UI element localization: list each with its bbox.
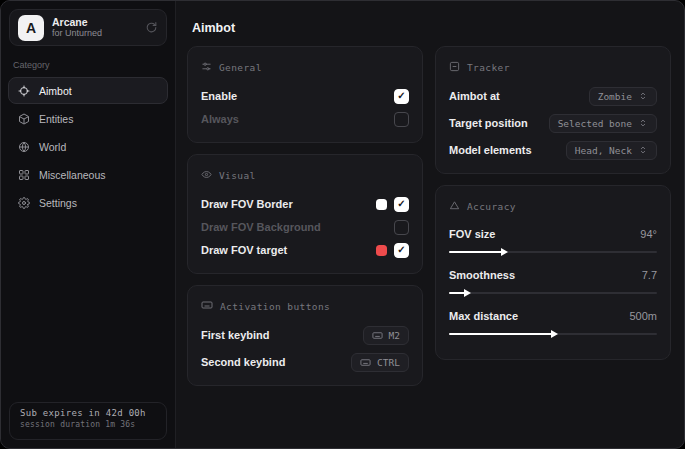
keyboard-icon [201, 297, 213, 315]
sidebar-item-label: Entities [39, 113, 73, 125]
main-content: Aimbot General Enable ✓ [176, 1, 684, 448]
slider-thumb[interactable] [501, 248, 508, 256]
panel-title: Visual [219, 170, 256, 181]
enable-checkbox[interactable]: ✓ [394, 89, 409, 104]
model-elements-dropdown[interactable]: Head, Neck [566, 141, 657, 160]
fov-target-checkbox[interactable]: ✓ [394, 243, 409, 258]
setting-row-model-elements: Model elements Head, Neck [449, 139, 657, 161]
refresh-icon[interactable] [145, 21, 158, 34]
panel-tracker: Tracker Aimbot at Zombie [435, 46, 671, 174]
max-distance-value: 500m [629, 310, 657, 322]
gear-icon [18, 197, 30, 209]
keyboard-icon [360, 357, 371, 368]
color-swatch-red[interactable] [376, 245, 387, 256]
panel-accuracy: Accuracy FOV size 94° Smoothness [435, 185, 671, 360]
sidebar-item-label: Miscellaneous [39, 169, 106, 181]
setting-row-enable: Enable ✓ [201, 85, 409, 107]
chevron-up-down-icon [638, 145, 648, 155]
sidebar-item-label: Settings [39, 197, 77, 209]
sidebar-item-label: Aimbot [39, 85, 72, 97]
cube-icon [18, 113, 30, 125]
setting-row-fov-size: FOV size 94° [449, 224, 657, 259]
sub-expiry-text: Sub expires in 42d 00h [20, 408, 156, 418]
sidebar-nav: Aimbot Entities World [1, 77, 175, 216]
sidebar-item-world[interactable]: World [8, 133, 168, 160]
slider-thumb[interactable] [551, 330, 558, 338]
chevron-up-down-icon [638, 91, 648, 101]
fov-size-slider[interactable] [449, 245, 657, 259]
panel-general: General Enable ✓ Always [187, 46, 423, 143]
smoothness-value: 7.7 [642, 269, 657, 281]
sliders-icon [201, 58, 212, 76]
chevron-up-down-icon [638, 118, 648, 128]
panel-title: General [219, 62, 262, 73]
slider-thumb[interactable] [464, 289, 471, 297]
brand-card: A Arcane for Unturned [9, 9, 167, 46]
brand-name: Arcane [52, 16, 137, 28]
setting-row-first-keybind: First keybind M2 [201, 324, 409, 346]
panel-activation-buttons: Activation buttons First keybind M2 [187, 285, 423, 386]
setting-row-always: Always [201, 108, 409, 130]
app-window: A Arcane for Unturned Category Aimbot [0, 0, 685, 449]
brand-logo: A [18, 15, 44, 41]
sidebar-item-label: World [39, 141, 66, 153]
scan-icon [449, 58, 460, 76]
grid-icon [18, 169, 30, 181]
sidebar-item-entities[interactable]: Entities [8, 105, 168, 132]
sidebar: A Arcane for Unturned Category Aimbot [1, 1, 176, 448]
panel-title: Tracker [467, 62, 510, 73]
fov-border-checkbox[interactable]: ✓ [394, 197, 409, 212]
setting-row-fov-border: Draw FOV Border ✓ [201, 193, 409, 215]
setting-row-aimbot-at: Aimbot at Zombie [449, 85, 657, 107]
target-position-dropdown[interactable]: Selected bone [549, 114, 657, 133]
always-checkbox[interactable] [394, 112, 409, 127]
first-keybind-button[interactable]: M2 [363, 326, 409, 345]
fov-background-checkbox[interactable] [394, 220, 409, 235]
sidebar-item-settings[interactable]: Settings [8, 189, 168, 216]
eye-icon [201, 166, 212, 184]
page-title: Aimbot [192, 21, 235, 35]
setting-row-smoothness: Smoothness 7.7 [449, 265, 657, 300]
keyboard-icon [372, 330, 383, 341]
brand-subtitle: for Unturned [52, 28, 137, 38]
globe-icon [18, 141, 30, 153]
second-keybind-button[interactable]: CTRL [351, 353, 409, 372]
setting-row-second-keybind: Second keybind CTRL [201, 351, 409, 373]
setting-row-max-distance: Max distance 500m [449, 306, 657, 341]
setting-row-fov-target: Draw FOV target ✓ [201, 239, 409, 261]
panel-title: Accuracy [467, 201, 516, 212]
fov-size-value: 94° [640, 228, 657, 240]
color-swatch-white[interactable] [376, 199, 387, 210]
triangle-icon [449, 197, 460, 215]
sidebar-item-miscellaneous[interactable]: Miscellaneous [8, 161, 168, 188]
crosshair-icon [18, 85, 30, 97]
panel-visual: Visual Draw FOV Border ✓ Draw FOV Backgr… [187, 154, 423, 274]
sidebar-item-aimbot[interactable]: Aimbot [8, 77, 168, 104]
category-label: Category [13, 60, 163, 70]
max-distance-slider[interactable] [449, 327, 657, 341]
subscription-info: Sub expires in 42d 00h session duration … [9, 402, 167, 440]
setting-row-fov-background: Draw FOV Background [201, 216, 409, 238]
aimbot-at-dropdown[interactable]: Zombie [589, 87, 657, 106]
panel-title: Activation buttons [220, 301, 330, 312]
session-duration-text: session duration 1m 36s [20, 420, 156, 429]
setting-row-target-position: Target position Selected bone [449, 112, 657, 134]
smoothness-slider[interactable] [449, 286, 657, 300]
